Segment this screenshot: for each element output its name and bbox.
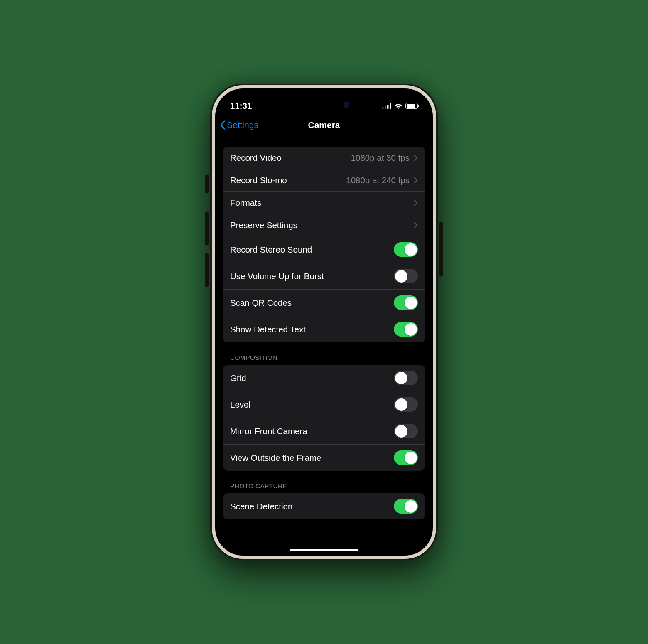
front-camera-icon [344,102,349,108]
status-time: 11:31 [230,101,252,111]
section-composition: COMPOSITION Grid Level Mirror Front Came… [223,351,425,471]
toggle-mirror-front-camera[interactable] [394,424,418,438]
row-show-detected-text: Show Detected Text [223,316,425,342]
toggle-view-outside-frame[interactable] [394,450,418,465]
section-general: Record Video 1080p at 30 fps Record Slo-… [223,147,425,342]
page-title: Camera [308,120,340,130]
section-header-photo-capture: PHOTO CAPTURE [223,479,425,493]
row-label: Preserve Settings [230,220,414,230]
chevron-right-icon [414,177,418,184]
toggle-show-detected-text[interactable] [394,322,418,337]
row-level: Level [223,391,425,418]
dynamic-island [291,96,357,113]
toggle-volume-up-burst[interactable] [394,269,418,283]
wifi-icon [394,103,403,109]
home-indicator[interactable] [290,549,358,551]
toggle-level[interactable] [394,397,418,412]
group-photo-capture: Scene Detection [223,493,425,519]
row-label: Record Video [230,153,351,163]
toggle-grid[interactable] [394,371,418,385]
row-volume-up-burst: Use Volume Up for Burst [223,263,425,290]
row-record-stereo-sound: Record Stereo Sound [223,236,425,263]
row-label: Record Stereo Sound [230,245,394,255]
volume-up-button[interactable] [205,212,209,245]
power-button[interactable] [439,222,443,276]
row-value: 1080p at 30 fps [351,153,410,163]
row-label: Formats [230,198,414,208]
row-record-slomo[interactable]: Record Slo-mo 1080p at 240 fps [223,169,425,192]
row-label: Use Volume Up for Burst [230,271,394,281]
chevron-left-icon [219,120,226,130]
section-header-composition: COMPOSITION [223,351,425,365]
chevron-right-icon [414,155,418,161]
back-label: Settings [227,120,258,130]
silent-switch[interactable] [205,175,209,193]
settings-list[interactable]: Record Video 1080p at 30 fps Record Slo-… [215,136,433,551]
group-composition: Grid Level Mirror Front Camera View Outs… [223,365,425,471]
toggle-scan-qr-codes[interactable] [394,295,418,310]
chevron-right-icon [414,222,418,229]
row-value: 1080p at 240 fps [346,175,410,185]
row-label: Scan QR Codes [230,298,394,308]
svg-rect-1 [385,106,386,109]
row-label: Grid [230,373,394,383]
svg-point-4 [398,108,399,109]
row-label: Level [230,400,394,410]
row-record-video[interactable]: Record Video 1080p at 30 fps [223,147,425,169]
back-button[interactable]: Settings [219,120,258,130]
row-preserve-settings[interactable]: Preserve Settings [223,214,425,236]
svg-rect-3 [390,103,391,109]
battery-icon [405,103,418,109]
row-label: Mirror Front Camera [230,426,394,436]
volume-down-button[interactable] [205,253,209,287]
row-label: View Outside the Frame [230,453,394,463]
chevron-right-icon [414,199,418,206]
row-label: Record Slo-mo [230,175,346,185]
row-scene-detection: Scene Detection [223,493,425,519]
cellular-icon [382,103,391,109]
row-label: Scene Detection [230,501,394,511]
toggle-record-stereo-sound[interactable] [394,242,418,257]
section-photo-capture: PHOTO CAPTURE Scene Detection [223,479,425,519]
row-grid: Grid [223,365,425,391]
toggle-scene-detection[interactable] [394,499,418,514]
row-label: Show Detected Text [230,324,394,334]
nav-bar: Settings Camera [215,114,433,136]
row-mirror-front-camera: Mirror Front Camera [223,418,425,445]
row-scan-qr-codes: Scan QR Codes [223,290,425,316]
svg-rect-0 [382,107,384,109]
group-general: Record Video 1080p at 30 fps Record Slo-… [223,147,425,342]
svg-rect-2 [387,105,389,109]
phone-frame: 11:31 [212,85,436,559]
row-view-outside-frame: View Outside the Frame [223,445,425,471]
row-formats[interactable]: Formats [223,192,425,214]
